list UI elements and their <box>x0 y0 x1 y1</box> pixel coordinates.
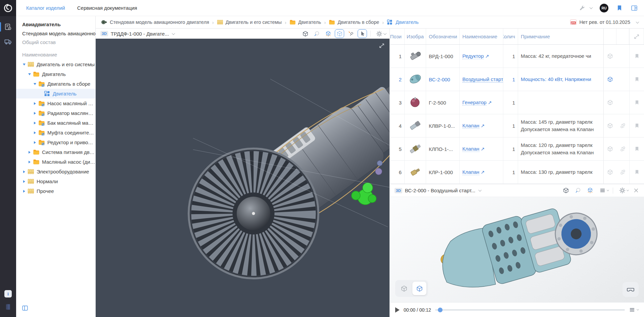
tools-menu-button[interactable] <box>579 5 592 11</box>
part-viewer-title[interactable]: ВС-2-000 - Воздушный старт... <box>405 188 475 193</box>
fullscreen-expand-icon[interactable] <box>379 43 385 50</box>
chevron-down-icon[interactable] <box>172 32 175 35</box>
replacement-button[interactable] <box>620 123 626 129</box>
revision-selector[interactable]: рев. Нет рев. от 01.10.2025 <box>570 19 639 25</box>
caret-down-icon[interactable] <box>22 63 26 67</box>
info-button[interactable]: i <box>4 290 12 298</box>
app-logo[interactable] <box>0 0 16 16</box>
selection-mode-button[interactable] <box>335 29 344 38</box>
header-name[interactable]: Наименование <box>460 29 503 44</box>
show-3d-button[interactable] <box>607 100 613 106</box>
tree-item-reducer-drive[interactable]: Редуктор и привод агрегато... <box>16 137 95 147</box>
caret-down-icon[interactable] <box>33 82 37 86</box>
play-button[interactable] <box>395 307 400 313</box>
header-note[interactable]: Примечание <box>518 29 604 44</box>
show-3d-button[interactable] <box>607 76 613 82</box>
tree-item-engine[interactable]: Двигатель <box>16 69 95 79</box>
overview-link[interactable]: Общий состав <box>16 36 95 45</box>
layout-button[interactable] <box>631 4 638 12</box>
caret-right-icon[interactable] <box>28 150 32 154</box>
vr-view-button[interactable] <box>623 282 639 297</box>
part-link[interactable]: Воздушный стартер <box>462 76 503 82</box>
table-row[interactable]: 3 Г-2-500 Генератор↗ 1 <box>390 91 644 114</box>
nav-service-docs[interactable]: Сервисная документация <box>77 5 137 11</box>
table-row[interactable]: 4 КЛВР-1-0... Клапан↗ 1 Масса: 145 гр, д… <box>390 114 644 137</box>
tree-item-diesel-oil-pump[interactable]: Масляный насос (дизеля) <box>16 157 95 167</box>
zoom-search-button[interactable] <box>312 29 321 38</box>
part-link[interactable]: Клапан <box>462 146 479 152</box>
pointer-tool-button[interactable] <box>358 29 367 38</box>
caret-right-icon[interactable] <box>33 131 37 135</box>
caret-right-icon[interactable] <box>28 160 32 164</box>
isometric-view-button[interactable] <box>585 186 595 195</box>
viewer-settings-button[interactable] <box>376 31 386 37</box>
header-position[interactable]: Пози <box>390 29 405 44</box>
table-row-selected[interactable]: 2 ВС-2-000 Воздушный стартер 1 Мощность:… <box>390 68 644 91</box>
view-cube-button[interactable] <box>301 29 310 38</box>
tree-item-engine-systems[interactable]: Двигатель и его системы <box>16 60 95 69</box>
part-link[interactable]: Клапан <box>462 169 479 175</box>
view-cube-button[interactable] <box>561 186 570 195</box>
header-image[interactable]: Изобра <box>405 29 426 44</box>
player-knob[interactable] <box>438 308 443 312</box>
view-menu-button[interactable] <box>599 187 609 194</box>
caret-right-icon[interactable] <box>33 111 37 115</box>
part-viewer-settings-button[interactable] <box>619 187 629 194</box>
viewer-model-title[interactable]: ТРДДФ-1-000 - Двигате... <box>111 31 169 37</box>
show-3d-button[interactable] <box>607 53 613 59</box>
show-3d-button[interactable] <box>607 146 613 152</box>
tree-item-fuel-system[interactable]: Система питания двигателя <box>16 147 95 157</box>
tree-item-oil-tank[interactable]: Бак масляный маслопровод... <box>16 118 95 128</box>
part-link[interactable]: Редуктор <box>462 53 484 59</box>
tree-item-oil-pump[interactable]: Насос масляный двигателя <box>16 98 95 108</box>
breadcrumb-item-current[interactable]: Двигатель <box>387 19 418 25</box>
isometric-view-button[interactable] <box>323 29 333 38</box>
replacement-button[interactable] <box>620 169 626 175</box>
rail-catalog-button[interactable] <box>0 20 16 34</box>
caret-down-icon[interactable] <box>28 72 32 76</box>
tree-item-coupling[interactable]: Муфта соединительная двиг... <box>16 128 95 137</box>
breadcrumb-item-assembly[interactable]: Двигатель в сборе <box>329 19 379 25</box>
caret-right-icon[interactable] <box>22 189 26 193</box>
tree-item-electrical[interactable]: Электрооборудование <box>16 167 95 176</box>
table-row[interactable]: 5 КЛПО-1-... Клапан↗ 1 Масса: 120 гр, ди… <box>390 137 644 161</box>
bookmark-button[interactable] <box>634 123 640 129</box>
breadcrumb-item-model[interactable]: Стендовая модель авиационного двигателя <box>101 19 209 25</box>
tree-item-engine-selected[interactable]: Двигатель <box>16 89 95 98</box>
bookmark-button[interactable] <box>634 53 640 59</box>
table-row[interactable]: 1 ВРД-1-000 Редуктор↗ 1 Масса: 42 кг, пе… <box>390 45 644 68</box>
part-link[interactable]: Генератор <box>462 100 487 106</box>
breadcrumb-item-engine[interactable]: Двигатель <box>289 19 321 25</box>
tree-item-engine-assembly[interactable]: Двигатель в сборе <box>16 79 95 89</box>
bookmark-button[interactable] <box>634 100 640 106</box>
caret-right-icon[interactable] <box>22 180 26 184</box>
show-3d-button[interactable] <box>607 123 613 129</box>
part-3d-viewport[interactable] <box>390 197 644 302</box>
3d-viewport[interactable] <box>96 39 389 317</box>
show-3d-button[interactable] <box>607 169 613 175</box>
toggle-panel-button[interactable] <box>21 305 29 312</box>
bookmark-button[interactable] <box>634 146 640 152</box>
product-title[interactable]: Авиадвигатель <box>16 21 95 27</box>
tree-item-standards[interactable]: Нормали <box>16 176 95 186</box>
tree-item-oil-radiator[interactable]: Радиатор масляный двигателя <box>16 108 95 118</box>
table-expand-button[interactable] <box>629 29 644 44</box>
tree-item-other[interactable]: Прочее <box>16 186 95 196</box>
rail-logistics-button[interactable] <box>0 35 16 48</box>
nav-product-catalog[interactable]: Каталог изделий <box>26 5 65 11</box>
caret-right-icon[interactable] <box>33 102 37 106</box>
caret-right-icon[interactable] <box>22 170 26 174</box>
close-panel-button[interactable] <box>631 186 641 195</box>
rotate-part-button[interactable] <box>346 29 356 38</box>
header-designation[interactable]: Обозначени <box>426 29 460 44</box>
model-title[interactable]: Стендовая модель авиационного ... <box>16 27 95 36</box>
bookmark-button[interactable] <box>634 169 640 175</box>
language-badge[interactable]: RU <box>600 4 608 12</box>
caret-right-icon[interactable] <box>33 141 37 145</box>
bookmark-button[interactable] <box>634 76 640 82</box>
context-mode-button[interactable] <box>397 282 411 295</box>
player-menu-button[interactable] <box>629 307 639 313</box>
journal-button[interactable] <box>5 304 11 312</box>
player-track[interactable] <box>435 309 625 311</box>
breadcrumb-item-systems[interactable]: Двигатель и его системы <box>217 19 282 25</box>
